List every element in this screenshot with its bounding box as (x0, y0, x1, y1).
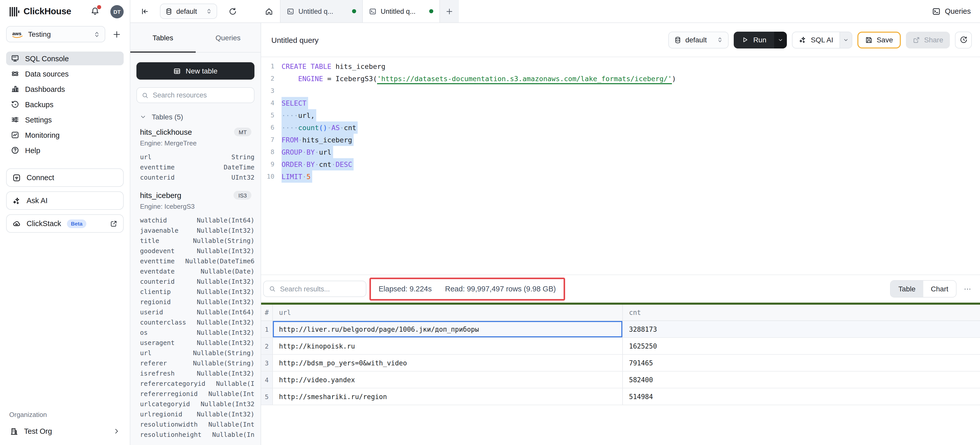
column-header-cnt[interactable]: cnt (622, 305, 980, 320)
resources-search-input[interactable] (153, 91, 249, 99)
sql-ai-button[interactable]: SQL AI (792, 32, 852, 48)
chevron-updown-icon (717, 37, 723, 43)
code-line[interactable]: 10LIMIT·5 (261, 171, 980, 183)
building-icon (10, 427, 18, 435)
query-tab-1[interactable]: Untitled q... (280, 0, 363, 22)
code-line[interactable]: 4SELECT (261, 97, 980, 109)
results-search[interactable] (263, 281, 366, 297)
column-header-num[interactable]: # (261, 309, 272, 317)
code-line[interactable]: 3 (261, 85, 980, 97)
tables-group-header[interactable]: Tables (5) (137, 113, 255, 121)
result-cell[interactable]: http://liver.ru/belgorod/page/1006.jки/д… (272, 321, 622, 337)
editor-database-selector[interactable]: default (668, 32, 729, 48)
sidebar-item-help[interactable]: Help (6, 143, 124, 157)
result-cell[interactable]: 5 (261, 388, 272, 405)
queries-panel-button[interactable]: Queries (932, 7, 971, 16)
result-cell[interactable]: 514984 (622, 388, 980, 405)
home-button[interactable] (261, 3, 277, 19)
result-cell[interactable]: 4 (261, 372, 272, 388)
code-line[interactable]: 8GROUP·BY·url (261, 146, 980, 158)
result-cell[interactable]: http://video.yandex (272, 372, 622, 388)
table-icon (173, 67, 181, 75)
table-item-hits-iceberg[interactable]: hits_iceberg IS3 Engine: IcebergS3 watch… (137, 191, 255, 439)
column-row: urlregionidNullable(Int32) (140, 409, 255, 419)
backups-icon (11, 100, 19, 109)
organization-section-label: Organization (6, 411, 124, 418)
result-row[interactable]: 1http://liver.ru/belgorod/page/1006.jки/… (261, 321, 980, 338)
engine-label: Engine: IcebergS3 (140, 203, 255, 210)
refresh-button[interactable] (225, 4, 240, 18)
result-cell[interactable]: 3 (261, 355, 272, 371)
query-history-button[interactable] (955, 32, 972, 48)
results-search-input[interactable] (280, 285, 361, 293)
save-button[interactable]: Save (857, 32, 900, 48)
code-line[interactable]: 6····count()·AS·cnt (261, 122, 980, 134)
sidebar-item-sql-console[interactable]: SQL Console (6, 52, 124, 65)
query-title[interactable]: Untitled query (271, 35, 318, 44)
ellipsis-icon (963, 285, 972, 293)
code-line[interactable]: 5····url, (261, 109, 980, 122)
result-cell[interactable]: 3288173 (622, 321, 980, 337)
sidebar-item-monitoring[interactable]: Monitoring (6, 128, 124, 142)
avatar[interactable]: DT (110, 5, 124, 18)
result-row[interactable]: 4http://video.yandex582400 (261, 372, 980, 388)
new-tab-button[interactable] (440, 0, 459, 22)
result-row[interactable]: 5http://smeshariki.ru/region514984 (261, 388, 980, 405)
resources-search[interactable] (137, 87, 255, 103)
result-row[interactable]: 3http://bdsm_po_yers=0&with_video791465 (261, 355, 980, 372)
sql-editor[interactable]: 1CREATE TABLE hits_iceberg2 ENGINE = Ice… (261, 57, 980, 274)
chart-view-button[interactable]: Chart (923, 281, 956, 297)
organization-selector[interactable]: Test Org (6, 424, 124, 438)
column-row: eventtimeDateTime (140, 162, 255, 172)
run-options-button[interactable] (774, 32, 787, 48)
result-cell[interactable]: http://smeshariki.ru/region (272, 388, 622, 405)
brand-name: ClickHouse (24, 6, 71, 17)
add-workspace-button[interactable] (109, 27, 124, 41)
column-row: titleNullable(String) (140, 235, 255, 245)
workspace-selector[interactable]: aws Testing (6, 26, 105, 42)
code-line[interactable]: 7FROM·hits_iceberg (261, 134, 980, 146)
new-table-button[interactable]: New table (137, 62, 255, 79)
result-cell[interactable]: http://kinopoisk.ru (272, 338, 622, 354)
results-more-button[interactable] (963, 285, 972, 293)
column-row: useridNullable(Int64) (140, 307, 255, 317)
code-line[interactable]: 9ORDER·BY·cnt·DESC (261, 158, 980, 171)
clickstack-button[interactable]: ClickStack Beta (6, 214, 124, 233)
database-selector[interactable]: default (160, 3, 217, 19)
result-cell[interactable]: http://bdsm_po_yers=0&with_video (272, 355, 622, 371)
query-tab-2[interactable]: Untitled q... (363, 0, 440, 22)
code-line[interactable]: 1CREATE TABLE hits_iceberg (261, 60, 980, 73)
sidebar-item-data-sources[interactable]: Data sources (6, 67, 124, 81)
sql-ai-options-button[interactable] (839, 32, 851, 48)
tab-title: Untitled q... (381, 7, 416, 15)
result-row[interactable]: 2http://kinopoisk.ru1625250 (261, 338, 980, 355)
sidebar-nav: SQL Console Data sources Dashboards Back… (6, 52, 124, 157)
column-header-url[interactable]: url (272, 305, 622, 320)
tab-tables[interactable]: Tables (130, 23, 196, 52)
chevron-down-icon (843, 37, 848, 43)
sidebar-item-settings[interactable]: Settings (6, 113, 124, 127)
resources-list[interactable]: New table Tables (5) hits_clickhouse MT (130, 52, 261, 445)
collapse-sidebar-button[interactable] (137, 4, 152, 18)
tab-queries[interactable]: Queries (196, 23, 261, 52)
result-cell[interactable]: 582400 (622, 372, 980, 388)
sidebar-item-label: Settings (25, 116, 52, 124)
sidebar-item-backups[interactable]: Backups (6, 97, 124, 111)
sidebar-item-dashboards[interactable]: Dashboards (6, 82, 124, 96)
result-cell[interactable]: 2 (261, 338, 272, 354)
ask-ai-button[interactable]: Ask AI (6, 192, 124, 210)
share-button[interactable]: Share (906, 32, 950, 48)
result-cell[interactable]: 1625250 (622, 338, 980, 354)
clickstack-cloud-icon (12, 219, 21, 228)
column-row: eventtimeNullable(DateTime6 (140, 256, 255, 266)
run-button[interactable]: Run (734, 32, 787, 48)
table-item-hits-clickhouse[interactable]: hits_clickhouse MT Engine: MergeTree url… (137, 128, 255, 182)
connect-button[interactable]: Connect (6, 168, 124, 187)
code-line[interactable]: 2 ENGINE = IcebergS3('https://datasets-d… (261, 73, 980, 85)
notifications-button[interactable] (90, 6, 101, 17)
column-row: referercategoryidNullable(I (140, 378, 255, 388)
result-cell[interactable]: 1 (261, 321, 272, 337)
column-row: osNullable(Int32) (140, 327, 255, 337)
result-cell[interactable]: 791465 (622, 355, 980, 371)
table-view-button[interactable]: Table (891, 281, 923, 297)
